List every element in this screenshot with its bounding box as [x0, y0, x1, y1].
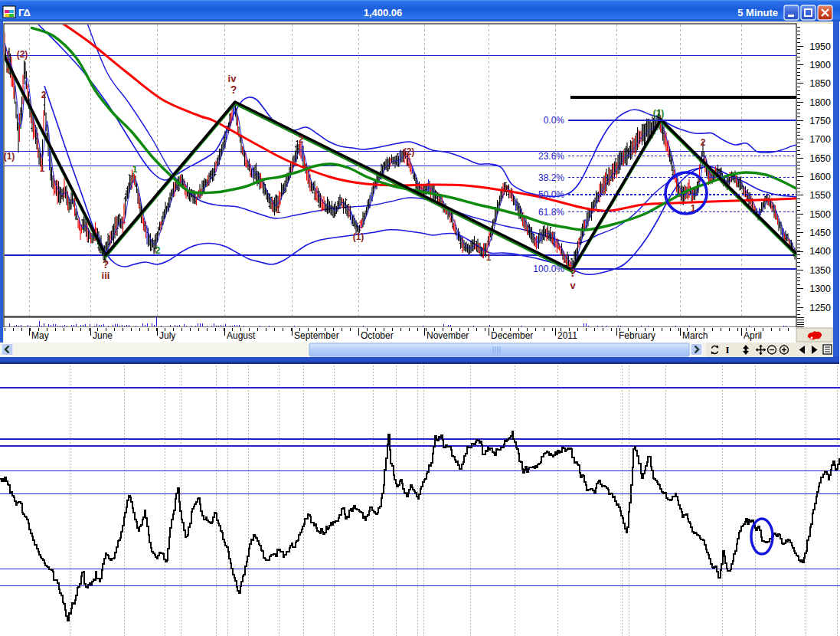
svg-text:1600: 1600 [809, 172, 831, 182]
svg-text:iii: iii [102, 270, 110, 281]
svg-text:2: 2 [504, 184, 509, 195]
svg-text:1650: 1650 [809, 153, 831, 164]
svg-text:1: 1 [691, 203, 696, 214]
svg-text:0.0%: 0.0% [544, 115, 565, 126]
svg-text:March: March [682, 330, 708, 341]
svg-text:February: February [619, 330, 655, 341]
svg-text:1500: 1500 [809, 209, 831, 220]
svg-text:1700: 1700 [809, 134, 831, 145]
svg-text:August: August [227, 330, 256, 341]
svg-text:?: ? [230, 84, 237, 96]
svg-text:?: ? [569, 266, 576, 279]
svg-text:April: April [744, 330, 762, 341]
svg-text:5 Minute: 5 Minute [737, 7, 778, 18]
svg-text:1250: 1250 [809, 303, 831, 313]
svg-text:May: May [31, 330, 49, 341]
svg-text:?: ? [103, 258, 109, 270]
svg-text:1950: 1950 [809, 41, 831, 52]
svg-text:iv: iv [228, 73, 237, 84]
svg-text:23.6%: 23.6% [538, 151, 564, 162]
svg-text:(1): (1) [653, 108, 665, 119]
svg-text:October: October [361, 330, 394, 341]
svg-text:July: July [159, 330, 175, 341]
svg-text:38.2%: 38.2% [538, 172, 564, 183]
svg-text:50.0%: 50.0% [538, 189, 564, 200]
svg-text:1850: 1850 [809, 78, 831, 89]
svg-text:v: v [570, 280, 576, 291]
svg-text:1: 1 [132, 164, 138, 175]
svg-text:2: 2 [299, 134, 304, 145]
svg-text:ΓΔ: ΓΔ [18, 7, 31, 18]
svg-text:1: 1 [486, 252, 492, 263]
svg-text:61.8%: 61.8% [538, 207, 564, 218]
svg-text:100.0%: 100.0% [533, 264, 564, 274]
svg-text:1800: 1800 [809, 97, 831, 108]
svg-text:1750: 1750 [809, 116, 831, 126]
svg-text:2: 2 [701, 137, 706, 148]
svg-text:1900: 1900 [809, 60, 831, 70]
svg-text:1: 1 [276, 205, 281, 215]
svg-text:(1): (1) [4, 151, 15, 162]
svg-text:1550: 1550 [809, 190, 831, 201]
svg-text:(2): (2) [404, 146, 415, 157]
svg-text:2: 2 [41, 90, 47, 100]
svg-text:1400: 1400 [809, 246, 831, 257]
svg-text:I: I [725, 344, 729, 356]
svg-text:(2): (2) [17, 49, 28, 60]
svg-text:November: November [427, 330, 469, 341]
svg-text:1350: 1350 [809, 265, 831, 276]
svg-text:1300: 1300 [809, 284, 831, 294]
svg-text:December: December [491, 330, 533, 341]
svg-text:2011: 2011 [557, 330, 577, 341]
svg-text:1450: 1450 [809, 228, 831, 238]
svg-text:(1): (1) [353, 231, 364, 242]
svg-text:2: 2 [155, 245, 161, 256]
svg-text:September: September [294, 330, 339, 341]
svg-text:1,400.06: 1,400.06 [364, 7, 403, 18]
svg-text:June: June [93, 330, 113, 341]
svg-text:1: 1 [40, 163, 45, 174]
